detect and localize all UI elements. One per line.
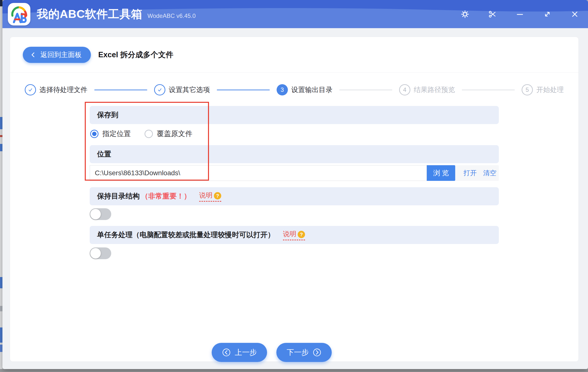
output-settings-form: 保存到 指定位置 覆盖原文件 位置 浏 览 打开 [90, 106, 499, 259]
previous-step-label: 上一步 [235, 348, 257, 358]
question-badge-icon: ? [298, 231, 305, 238]
single-task-section-header: 单任务处理（电脑配置较差或批量处理较慢时可以打开） 说明 ? [90, 226, 499, 244]
app-window: 我的ABC软件工具箱 WodeABC v6.45.0 [2, 0, 588, 369]
check-icon [27, 87, 34, 93]
radio-selected-icon[interactable] [90, 130, 98, 138]
step-number-badge: 3 [277, 84, 288, 95]
single-task-toggle[interactable] [90, 247, 111, 259]
titlebar: 我的ABC软件工具箱 WodeABC v6.45.0 [2, 0, 588, 28]
step-1-done: 选择待处理文件 [25, 84, 87, 95]
step-3-label: 设置输出目录 [291, 85, 332, 94]
check-icon [157, 87, 163, 93]
step-number-badge: 4 [399, 84, 410, 95]
wizard-nav-buttons: 上一步 下一步 [212, 343, 332, 362]
radio-specified-location[interactable]: 指定位置 [90, 129, 131, 139]
radio-overwrite-label: 覆盖原文件 [157, 129, 192, 139]
clear-path-link[interactable]: 清空 [483, 169, 496, 177]
next-step-label: 下一步 [287, 348, 309, 358]
keep-structure-label: 保持目录结构 [97, 191, 140, 201]
keep-structure-toggle[interactable] [90, 208, 111, 220]
radio-specified-label: 指定位置 [102, 129, 131, 139]
path-input-row: 浏 览 打开 清空 [90, 165, 499, 181]
previous-step-button[interactable]: 上一步 [212, 343, 267, 362]
app-version: WodeABC v6.45.0 [147, 12, 196, 19]
back-button-label: 返回到主面板 [40, 50, 82, 59]
chevron-left-icon [30, 52, 37, 58]
step-check-icon [25, 84, 36, 95]
question-badge-icon: ? [214, 192, 221, 199]
close-icon[interactable] [570, 9, 580, 19]
ab-logo-icon [10, 5, 28, 23]
radio-unselected-icon[interactable] [145, 130, 153, 138]
save-to-label: 保存到 [97, 110, 118, 120]
settings-gear-icon[interactable] [460, 9, 470, 19]
desktop-edge [0, 369, 588, 372]
step-check-icon [154, 84, 165, 95]
circle-chevron-right-icon [313, 348, 321, 357]
keep-structure-help-link[interactable]: 说明 ? [199, 191, 221, 202]
step-2-done: 设置其它选项 [154, 84, 210, 95]
location-label: 位置 [97, 149, 111, 159]
step-3-active: 3设置输出目录 [277, 84, 332, 95]
minimize-icon[interactable] [515, 9, 525, 19]
output-path-input[interactable] [90, 165, 427, 181]
panel-header: 返回到主面板 Excel 拆分成多个文件 [10, 37, 578, 73]
step-connector [462, 90, 515, 90]
help-link-label: 说明 [199, 191, 212, 200]
app-logo [8, 3, 30, 25]
circle-chevron-left-icon [222, 348, 231, 357]
step-connector [339, 90, 392, 90]
open-folder-link[interactable]: 打开 [464, 169, 477, 177]
step-4-pending: 4结果路径预览 [399, 84, 455, 95]
back-to-main-button[interactable]: 返回到主面板 [23, 47, 91, 63]
keep-structure-important-note: （非常重要！） [141, 191, 191, 201]
browse-button[interactable]: 浏 览 [427, 165, 455, 181]
background-window-sliver [0, 0, 2, 372]
single-task-help-link[interactable]: 说明 ? [283, 230, 305, 240]
step-number-badge: 5 [522, 84, 533, 95]
single-task-label: 单任务处理（电脑配置较差或批量处理较慢时可以打开） [97, 230, 275, 240]
step-2-label: 设置其它选项 [169, 85, 210, 94]
step-5-label: 开始处理 [536, 85, 564, 94]
help-link-label: 说明 [283, 230, 296, 238]
page-title: Excel 拆分成多个文件 [98, 50, 173, 60]
location-section-header: 位置 [90, 145, 499, 163]
step-4-label: 结果路径预览 [414, 85, 455, 94]
step-connector [94, 90, 147, 90]
keep-structure-section-header: 保持目录结构 （非常重要！） 说明 ? [90, 187, 499, 205]
next-step-button[interactable]: 下一步 [276, 343, 332, 362]
main-panel: 返回到主面板 Excel 拆分成多个文件 选择待处理文件设置其它选项3设置输出目… [10, 37, 579, 362]
step-connector [217, 90, 270, 90]
save-to-options: 指定位置 覆盖原文件 [90, 128, 499, 139]
step-5-pending: 5开始处理 [522, 84, 564, 95]
toggle-knob [90, 248, 101, 259]
save-to-section-header: 保存到 [90, 106, 499, 124]
maximize-icon[interactable] [542, 9, 552, 19]
step-indicator: 选择待处理文件设置其它选项3设置输出目录4结果路径预览5开始处理 [10, 81, 578, 99]
scissors-icon[interactable] [488, 9, 497, 19]
toggle-knob [90, 209, 101, 220]
app-title: 我的ABC软件工具箱 [37, 7, 143, 22]
step-1-label: 选择待处理文件 [39, 85, 87, 94]
radio-overwrite-original[interactable]: 覆盖原文件 [145, 129, 192, 139]
